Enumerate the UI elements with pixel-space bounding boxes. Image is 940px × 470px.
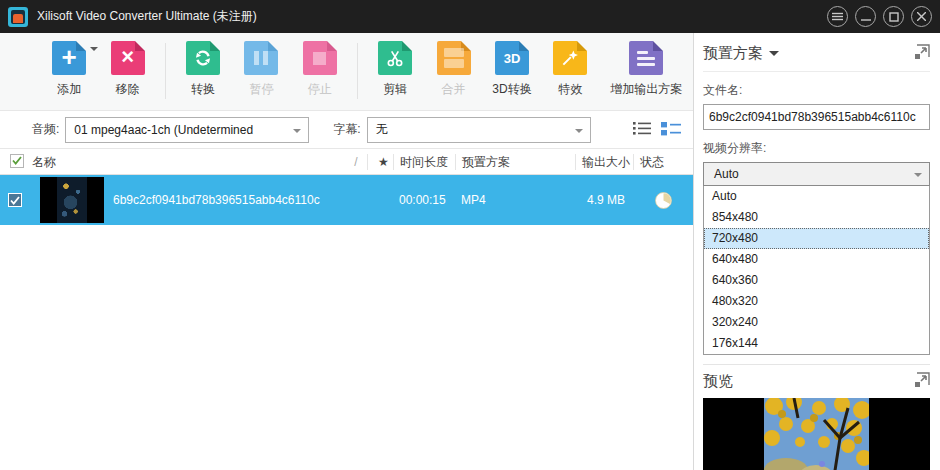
- options-bar: 音频: 01 mpeg4aac-1ch (Undetermined 字幕: 无: [0, 111, 693, 149]
- audio-label: 音频:: [32, 121, 59, 138]
- add-button[interactable]: + 添加: [40, 41, 98, 98]
- column-preset[interactable]: 预置方案: [455, 154, 575, 170]
- toolbar-separator: [165, 43, 166, 99]
- column-status[interactable]: 状态: [633, 154, 693, 170]
- window-title: Xilisoft Video Converter Ultimate (未注册): [37, 8, 257, 25]
- check-icon: [12, 156, 22, 165]
- 3d-convert-button[interactable]: 3D 3D转换: [483, 41, 541, 98]
- resolution-option[interactable]: 176x144: [704, 333, 929, 354]
- file-name: 6b9c2cf0941bd78b396515abb4c6110c: [113, 193, 320, 207]
- resolution-option-highlighted[interactable]: 720x480: [704, 228, 929, 249]
- file-preset: MP4: [455, 193, 575, 207]
- list-view-button[interactable]: [633, 121, 651, 139]
- file-duration: 00:00:15: [393, 193, 455, 207]
- app-icon: [8, 7, 28, 27]
- toolbar: + 添加 × 移除 转换 暂停 停止 剪辑: [0, 33, 693, 111]
- resolution-option[interactable]: Auto: [704, 186, 929, 207]
- toolbar-separator: [357, 43, 358, 99]
- select-all-checkbox[interactable]: [10, 154, 24, 168]
- resolution-option[interactable]: 320x240: [704, 312, 929, 333]
- file-table-header: 名称 / ★ 时间长度 预置方案 输出大小 状态: [0, 149, 693, 175]
- column-output-size[interactable]: 输出大小: [575, 154, 633, 170]
- subtitle-select[interactable]: 无: [367, 117, 591, 143]
- chevron-down-icon: [575, 129, 583, 137]
- scissors-icon: [378, 41, 412, 75]
- audio-select-value: 01 mpeg4aac-1ch (Undetermined: [74, 123, 253, 137]
- subtitle-select-value: 无: [376, 121, 388, 138]
- table-row[interactable]: 6b9c2cf0941bd78b396515abb4c6110c 00:00:1…: [0, 175, 693, 225]
- filename-label: 文件名:: [703, 82, 930, 99]
- remove-button[interactable]: × 移除: [98, 41, 156, 98]
- column-duration[interactable]: 时间长度: [393, 154, 455, 170]
- resolution-dropdown-list: Auto 854x480 720x480 640x480 640x360 480…: [703, 186, 930, 355]
- audio-select[interactable]: 01 mpeg4aac-1ch (Undetermined: [65, 117, 309, 143]
- column-name[interactable]: 名称: [30, 154, 343, 170]
- preset-panel-title[interactable]: 预置方案: [703, 44, 763, 63]
- close-icon: [917, 12, 926, 21]
- resolution-option[interactable]: 640x360: [704, 270, 929, 291]
- clip-button[interactable]: 剪辑: [366, 41, 424, 98]
- effects-button[interactable]: 特效: [541, 41, 599, 98]
- detail-view-button[interactable]: [661, 121, 681, 139]
- video-thumbnail: [40, 177, 104, 223]
- pause-icon: [244, 41, 278, 75]
- expand-icon: [914, 372, 930, 388]
- resolution-option[interactable]: 854x480: [704, 207, 929, 228]
- expand-panel-button[interactable]: [914, 44, 930, 63]
- chevron-down-icon: [914, 173, 922, 181]
- file-output-size: 4.9 MB: [575, 193, 633, 207]
- add-dropdown-arrow-icon[interactable]: [90, 47, 98, 55]
- convert-icon: [186, 41, 220, 75]
- add-profile-button[interactable]: 增加输出方案: [600, 41, 693, 98]
- check-icon: [10, 196, 20, 205]
- expand-preview-button[interactable]: [914, 372, 930, 391]
- maximize-icon: [889, 12, 899, 22]
- file-list-empty-area: [0, 225, 693, 435]
- subtitle-label: 字幕:: [333, 121, 360, 138]
- resolution-option[interactable]: 640x480: [704, 249, 929, 270]
- row-checkbox[interactable]: [8, 193, 22, 207]
- column-sort[interactable]: /: [343, 154, 367, 170]
- resolution-select-value: Auto: [714, 167, 739, 181]
- resolution-option[interactable]: 480x320: [704, 291, 929, 312]
- detail-view-icon: [661, 121, 681, 136]
- list-view-icon: [633, 121, 651, 136]
- add-icon: +: [52, 41, 86, 75]
- minimize-icon: [861, 12, 871, 22]
- 3d-icon: 3D: [495, 41, 529, 75]
- stop-icon: [303, 41, 337, 75]
- chevron-down-icon[interactable]: [769, 51, 779, 61]
- chevron-down-icon: [293, 129, 301, 137]
- preview-video-area[interactable]: [703, 398, 930, 470]
- remove-icon: ×: [111, 41, 145, 75]
- close-button[interactable]: [911, 6, 932, 27]
- expand-icon: [914, 44, 930, 60]
- filename-input[interactable]: [703, 104, 930, 130]
- resolution-label: 视频分辨率:: [703, 140, 930, 157]
- minimize-button[interactable]: [855, 6, 876, 27]
- pause-button[interactable]: 暂停: [232, 41, 290, 98]
- stop-button[interactable]: 停止: [291, 41, 349, 98]
- convert-button[interactable]: 转换: [174, 41, 232, 98]
- waiting-clock-icon: [655, 192, 672, 209]
- preview-title: 预览: [703, 372, 733, 391]
- column-star[interactable]: ★: [367, 154, 393, 170]
- merge-icon: [437, 41, 471, 75]
- profile-doc-icon: [629, 41, 663, 75]
- merge-button[interactable]: 合并: [424, 41, 482, 98]
- preview-frame-image: [764, 398, 869, 470]
- right-panel: 预置方案 文件名: 视频分辨率: Auto Auto 854x480 720x4…: [695, 33, 940, 470]
- main-area: + 添加 × 移除 转换 暂停 停止 剪辑: [0, 33, 694, 470]
- menu-button[interactable]: [827, 6, 848, 27]
- magic-wand-icon: [553, 41, 587, 75]
- menu-icon: [832, 12, 843, 21]
- maximize-button[interactable]: [883, 6, 904, 27]
- title-bar: Xilisoft Video Converter Ultimate (未注册): [0, 0, 940, 33]
- resolution-select[interactable]: Auto: [703, 162, 930, 186]
